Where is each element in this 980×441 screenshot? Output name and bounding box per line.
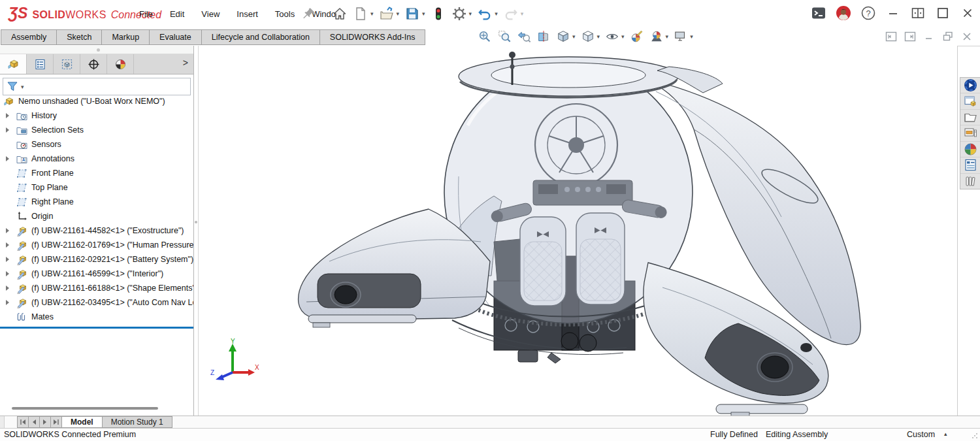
tree-item[interactable]: History xyxy=(0,108,193,123)
tree-item[interactable]: (f) UBW-21162-03495<1> ("Auto Com Nav Lo… xyxy=(0,295,193,310)
pane-left-button[interactable] xyxy=(885,30,898,43)
minimize-button[interactable] xyxy=(884,4,902,22)
expand-arrow-icon[interactable] xyxy=(3,242,16,248)
dropdown-caret-icon[interactable]: ▾ xyxy=(370,10,374,17)
threedexperience-tab[interactable] xyxy=(960,78,980,93)
dropdown-caret-icon[interactable]: ▾ xyxy=(621,33,625,40)
solidworks-resources-tab[interactable] xyxy=(960,93,980,109)
submarine-model[interactable] xyxy=(199,46,957,416)
tree-item[interactable]: Right Plane xyxy=(0,195,193,209)
tree-item[interactable]: Selection Sets xyxy=(0,123,193,137)
tree-item[interactable]: (f) UBW-21162-01769<1> ("Human Pressure … xyxy=(0,238,193,252)
unit-system-selector[interactable]: Custom xyxy=(907,430,935,439)
filter-funnel-icon[interactable] xyxy=(7,80,19,93)
switch-window-button[interactable] xyxy=(909,4,926,22)
tab-markup[interactable]: Markup xyxy=(101,29,150,45)
tab-nav-last-button[interactable] xyxy=(50,416,62,428)
display-style-button[interactable]: ▾ xyxy=(579,29,602,44)
dropdown-caret-icon[interactable]: ▾ xyxy=(495,10,498,17)
custom-properties-tab[interactable] xyxy=(960,157,980,173)
configurationmanager-tab[interactable] xyxy=(54,54,80,74)
expand-arrow-icon[interactable] xyxy=(3,300,16,305)
section-view-button[interactable] xyxy=(534,29,553,44)
pin-menu-icon[interactable] xyxy=(302,7,316,21)
dropdown-caret-icon[interactable]: ▾ xyxy=(666,33,669,40)
propertymanager-tab[interactable] xyxy=(27,54,54,74)
dropdown-caret-icon[interactable]: ▾ xyxy=(422,10,425,17)
menu-insert[interactable]: Insert xyxy=(228,0,267,27)
close-button[interactable] xyxy=(958,4,976,22)
view-settings-button[interactable]: ▾ xyxy=(672,29,695,44)
unit-system-caret-icon[interactable]: ▴ xyxy=(944,431,947,437)
pane-right-button[interactable] xyxy=(904,30,917,43)
panel-splitter-handle[interactable] xyxy=(195,221,197,223)
dropdown-caret-icon[interactable]: ▾ xyxy=(690,33,693,40)
tree-item[interactable]: Mates xyxy=(0,310,193,324)
appearances-scenes-tab[interactable] xyxy=(960,142,980,157)
expand-arrow-icon[interactable] xyxy=(3,127,16,133)
menu-tools[interactable]: Tools xyxy=(267,0,303,27)
tab-evaluate[interactable]: Evaluate xyxy=(149,29,202,45)
save-button[interactable]: ▾ xyxy=(402,5,428,23)
options-button[interactable]: ▾ xyxy=(449,5,475,23)
lifecycle-status-button[interactable] xyxy=(428,5,449,23)
apply-scene-button[interactable]: ▾ xyxy=(647,29,671,44)
dropdown-caret-icon[interactable]: ▾ xyxy=(397,10,400,17)
dimxpertmanager-tab[interactable] xyxy=(80,54,107,74)
undo-button[interactable]: ▾ xyxy=(474,5,500,23)
expand-arrow-icon[interactable] xyxy=(3,271,16,276)
tree-item[interactable]: (f) UBW-21161-66188<1> ("Shape Elements"… xyxy=(0,281,193,295)
tree-item[interactable]: Origin xyxy=(0,209,193,223)
tree-item[interactable]: AAnnotations xyxy=(0,152,193,166)
redo-button[interactable]: ▾ xyxy=(500,5,527,23)
resize-grip-icon[interactable] xyxy=(972,433,978,439)
file-explorer-tab[interactable] xyxy=(960,110,980,125)
hide-show-items-button[interactable]: ▾ xyxy=(603,29,627,44)
maximize-button[interactable] xyxy=(934,4,951,22)
design-library-tab[interactable] xyxy=(960,174,980,189)
tree-item[interactable]: (f) UBW-21161-46599<1> ("Interior") xyxy=(0,267,193,281)
tree-item[interactable]: (f) UBW-21161-44582<1> ("Exostructure") xyxy=(0,223,193,238)
view-orientation-button[interactable]: ▾ xyxy=(554,29,578,44)
tab-nav-next-button[interactable] xyxy=(39,416,51,428)
dropdown-caret-icon[interactable]: ▾ xyxy=(572,33,576,40)
doc-restore-button[interactable] xyxy=(941,30,955,43)
console-button[interactable] xyxy=(809,4,827,22)
tree-filter-box[interactable]: ▾ xyxy=(3,78,191,95)
tab-nav-first-button[interactable] xyxy=(17,416,29,428)
graphics-area[interactable]: Y X Z xyxy=(199,46,957,416)
zoom-to-area-button[interactable] xyxy=(495,29,514,44)
doc-tab-motion-study-1[interactable]: Motion Study 1 xyxy=(102,416,172,428)
tab-lifecycle-and-collaboration[interactable]: Lifecycle and Collaboration xyxy=(201,29,320,45)
home-button[interactable] xyxy=(329,5,350,23)
tree-item-root[interactable]: Nemo unshaded ("U-Boat Worx NEMO") xyxy=(0,94,193,108)
dropdown-caret-icon[interactable]: ▾ xyxy=(469,10,472,17)
edit-appearance-button[interactable] xyxy=(628,29,646,44)
tab-solidworks-add-ins[interactable]: SOLIDWORKS Add-Ins xyxy=(319,29,426,45)
tab-sketch[interactable]: Sketch xyxy=(56,29,102,45)
doc-close-button[interactable] xyxy=(960,30,973,43)
tab-nav-previous-button[interactable] xyxy=(28,416,40,428)
expand-arrow-icon[interactable] xyxy=(3,113,16,118)
menu-view[interactable]: View xyxy=(193,0,228,27)
menu-file[interactable]: File xyxy=(131,0,161,27)
panel-top-splitter[interactable] xyxy=(0,46,193,54)
menu-edit[interactable]: Edit xyxy=(161,0,193,27)
dropdown-caret-icon[interactable]: ▾ xyxy=(521,10,524,17)
help-button[interactable]: ? xyxy=(859,4,877,22)
doc-tab-model[interactable]: Model xyxy=(61,416,103,428)
previous-view-button[interactable] xyxy=(515,29,533,44)
more-manager-tabs-button[interactable]: > xyxy=(183,57,188,68)
user-avatar-button[interactable] xyxy=(834,4,852,22)
expand-arrow-icon[interactable] xyxy=(3,257,16,262)
displaymanager-tab[interactable] xyxy=(107,54,134,74)
zoom-to-fit-button[interactable] xyxy=(476,29,494,44)
view-palette-tab[interactable] xyxy=(960,125,980,141)
new-document-button[interactable]: ▾ xyxy=(350,5,376,23)
doc-minimize-button[interactable] xyxy=(923,30,936,43)
tree-item[interactable]: Front Plane xyxy=(0,166,193,180)
splitter-handle[interactable] xyxy=(97,48,100,52)
rollback-bar[interactable] xyxy=(0,327,193,329)
panel-splitter[interactable] xyxy=(194,46,199,416)
open-button[interactable]: ▾ xyxy=(376,5,402,23)
